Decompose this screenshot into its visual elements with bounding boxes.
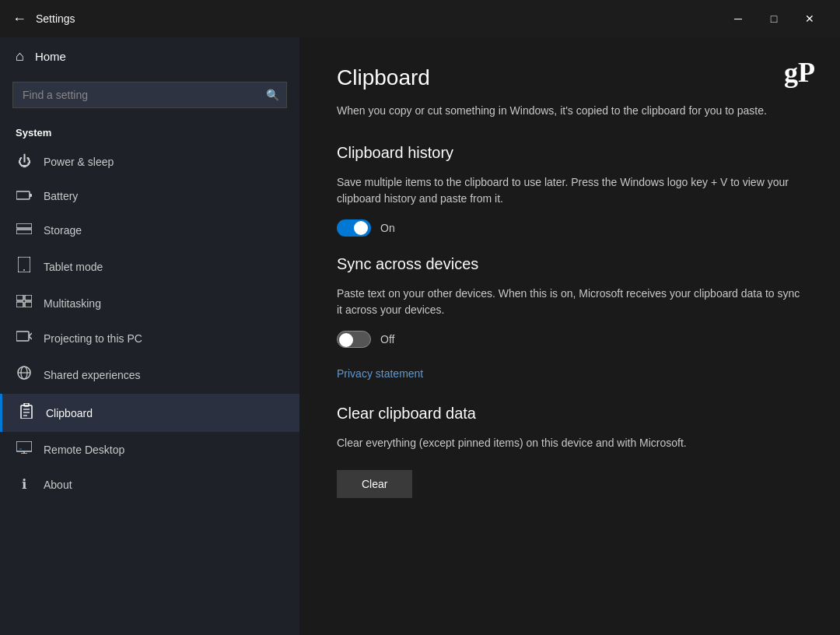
svg-rect-6 [16,295,23,300]
svg-rect-2 [16,223,32,228]
tablet-icon [16,257,33,276]
page-title: Clipboard [337,65,803,90]
sidebar-item-projecting[interactable]: Projecting to this PC [0,321,299,356]
nav-label: Tablet mode [44,261,103,273]
nav-label: About [44,479,72,491]
projecting-icon [16,330,33,346]
sidebar-item-multitasking[interactable]: Multitasking [0,286,299,321]
maximize-button[interactable]: □ [756,6,792,31]
nav-label: Power & sleep [44,156,114,168]
svg-rect-0 [16,191,30,199]
search-icon: 🔍 [266,89,279,101]
nav-label: Shared experiences [44,369,141,381]
sidebar-item-clipboard[interactable]: Clipboard [0,394,299,432]
sidebar-section-label: System [0,121,299,145]
sidebar-item-storage[interactable]: Storage [0,213,299,247]
clear-clipboard-desc: Clear everything (except pinned items) o… [337,435,803,451]
svg-rect-9 [25,302,32,307]
nav-label: Battery [44,190,78,202]
minimize-button[interactable]: ─ [720,6,756,31]
battery-icon [16,188,33,204]
sync-devices-toggle[interactable] [337,331,371,348]
nav-label: Projecting to this PC [44,332,142,345]
clear-button[interactable]: Clear [337,470,412,498]
power-sleep-icon: ⏻ [16,154,33,170]
remote-desktop-icon [16,441,33,458]
sync-devices-toggle-row: Off [337,331,803,348]
toggle-thumb [354,221,368,235]
svg-rect-10 [16,332,29,341]
svg-rect-7 [25,295,32,300]
storage-icon [16,223,33,238]
sync-devices-desc: Paste text on your other devices. When t… [337,286,803,318]
nav-label: Clipboard [46,407,93,419]
svg-rect-3 [16,230,32,234]
svg-rect-21 [16,441,32,451]
clipboard-icon [18,403,35,423]
sidebar-item-tablet-mode[interactable]: Tablet mode [0,247,299,286]
sidebar-item-battery[interactable]: Battery [0,179,299,213]
nav-label: Storage [44,224,82,237]
clipboard-history-toggle-label: On [380,222,395,234]
window-controls: ─ □ ✕ [720,6,828,31]
close-button[interactable]: ✕ [792,6,828,31]
clipboard-history-toggle[interactable] [337,219,371,237]
sidebar-item-power-sleep[interactable]: ⏻ Power & sleep [0,145,299,179]
sync-devices-title: Sync across devices [337,255,803,273]
sidebar-item-remote-desktop[interactable]: Remote Desktop [0,432,299,467]
nav-label: Remote Desktop [44,444,124,456]
privacy-statement-link[interactable]: Privacy statement [337,367,423,380]
clipboard-history-toggle-row: On [337,219,803,237]
home-icon: ⌂ [16,48,24,65]
title-bar: ← Settings ─ □ ✕ [0,0,840,37]
app-title: Settings [36,12,75,25]
svg-rect-17 [24,403,29,406]
sync-devices-toggle-label: Off [380,333,394,346]
clear-clipboard-title: Clear clipboard data [337,405,803,423]
content-area: gP Clipboard When you copy or cut someth… [299,37,840,635]
nav-label: Multitasking [44,297,101,310]
back-button[interactable]: ← [12,12,26,26]
clipboard-history-desc: Save multiple items to the clipboard to … [337,174,803,207]
sidebar-home[interactable]: ⌂ Home [0,37,299,75]
shared-experiences-icon [16,365,33,384]
svg-rect-8 [16,302,23,307]
toggle-thumb [339,333,353,347]
search-box: 🔍 [12,82,287,108]
multitasking-icon [16,295,33,311]
clipboard-history-title: Clipboard history [337,144,803,162]
title-bar-left: ← Settings [12,12,720,26]
sidebar-item-shared-experiences[interactable]: Shared experiences [0,356,299,394]
search-input[interactable] [12,82,287,108]
gp-logo: gP [784,56,815,89]
svg-rect-1 [30,194,32,197]
sidebar-item-about[interactable]: ℹ About [0,467,299,502]
main-layout: ⌂ Home 🔍 System ⏻ Power & sleep Battery … [0,37,840,635]
home-label: Home [35,50,66,63]
page-description: When you copy or cut something in Window… [337,103,803,119]
sidebar: ⌂ Home 🔍 System ⏻ Power & sleep Battery … [0,37,299,635]
about-icon: ℹ [16,476,33,493]
